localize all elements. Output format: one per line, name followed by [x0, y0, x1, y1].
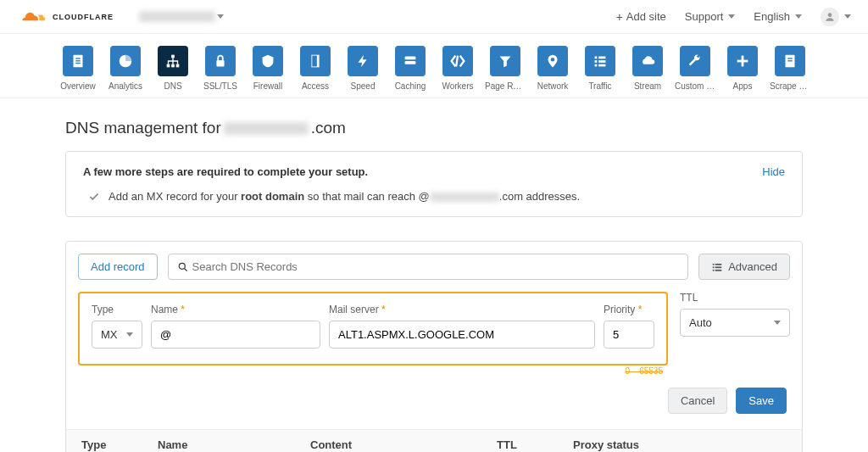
wrench-icon	[680, 46, 710, 76]
setup-headline: A few more steps are required to complet…	[83, 165, 368, 178]
nav-firewall[interactable]: Firewall	[249, 46, 287, 91]
doc2-icon	[775, 46, 805, 76]
svg-rect-8	[176, 64, 180, 68]
list-icon	[711, 261, 723, 273]
type-label: Type	[92, 304, 142, 315]
nav-network[interactable]: Network	[534, 46, 571, 91]
priority-hint: 0 – 65535	[626, 366, 664, 376]
pie-icon	[110, 46, 141, 76]
chevron-down-icon	[728, 14, 735, 19]
workers-icon	[442, 46, 473, 76]
cancel-button[interactable]: Cancel	[668, 388, 727, 414]
type-select[interactable]: MX	[92, 321, 142, 349]
svg-rect-3	[75, 60, 81, 61]
chevron-down-icon	[844, 14, 851, 19]
svg-rect-11	[312, 56, 317, 67]
ttl-label: TTL	[680, 292, 790, 304]
doc-icon	[63, 46, 93, 76]
svg-rect-25	[787, 60, 793, 61]
page-title: DNS management for .com	[65, 119, 803, 137]
plus-icon	[727, 46, 758, 76]
nav-analytics[interactable]: Analytics	[107, 46, 144, 91]
name-input[interactable]	[151, 321, 320, 349]
advanced-button[interactable]: Advanced	[698, 254, 790, 280]
svg-rect-24	[787, 58, 793, 59]
svg-rect-7	[171, 64, 175, 68]
pin-icon	[537, 46, 568, 76]
support-dropdown[interactable]: Support	[685, 10, 736, 23]
bolt-icon	[348, 46, 378, 76]
list-icon	[585, 46, 615, 76]
svg-rect-15	[595, 57, 598, 59]
table-header: Type Name Content TTL Proxy status	[66, 429, 802, 452]
svg-rect-33	[715, 269, 722, 271]
cloud-icon	[17, 8, 46, 25]
svg-rect-12	[405, 57, 416, 60]
svg-rect-16	[598, 57, 605, 59]
search-input[interactable]	[189, 254, 680, 279]
search-icon	[177, 261, 189, 273]
svg-rect-18	[598, 60, 605, 63]
nav-ssltls[interactable]: SSL/TLS	[202, 46, 239, 91]
chevron-down-icon	[774, 321, 781, 325]
save-button[interactable]: Save	[736, 388, 787, 414]
lock-icon	[205, 46, 236, 76]
add-site-link[interactable]: +Add site	[616, 10, 666, 24]
mailserver-input[interactable]	[329, 321, 595, 349]
shield-icon	[253, 46, 283, 76]
nav-dns[interactable]: DNS	[154, 46, 192, 91]
search-input-wrapper[interactable]	[168, 254, 689, 280]
record-form: Type MX Name * Mail server * Priority * …	[78, 292, 668, 366]
funnel-icon	[490, 46, 520, 76]
svg-rect-30	[713, 266, 715, 268]
chevron-down-icon	[217, 14, 224, 19]
svg-rect-2	[75, 58, 81, 59]
svg-rect-6	[167, 64, 170, 68]
nav-access[interactable]: Access	[297, 46, 334, 91]
nav-pagerules[interactable]: Page Rules	[487, 46, 524, 91]
svg-rect-5	[171, 55, 175, 59]
svg-rect-20	[598, 64, 605, 67]
avatar	[821, 8, 839, 26]
svg-point-26	[179, 263, 185, 269]
svg-rect-4	[75, 63, 81, 64]
nav-apps[interactable]: Apps	[724, 46, 761, 91]
svg-rect-9	[216, 60, 224, 66]
top-bar: CLOUDFLARE +Add site Support English	[0, 0, 868, 34]
svg-line-27	[184, 268, 186, 271]
svg-point-14	[551, 58, 555, 62]
app-nav: OverviewAnalyticsDNSSSL/TLSFirewallAcces…	[0, 34, 868, 98]
language-dropdown[interactable]: English	[754, 10, 802, 23]
nav-caching[interactable]: Caching	[392, 46, 429, 91]
nav-workers[interactable]: Workers	[439, 46, 476, 91]
ttl-select[interactable]: Auto	[680, 309, 790, 337]
hide-link[interactable]: Hide	[762, 165, 785, 178]
chevron-down-icon	[126, 332, 133, 337]
setup-notice: A few more steps are required to complet…	[65, 151, 803, 217]
priority-input[interactable]	[604, 321, 654, 349]
cache-icon	[395, 46, 426, 76]
site-selector-dropdown[interactable]	[139, 11, 224, 22]
check-icon	[88, 191, 100, 203]
svg-rect-17	[595, 60, 598, 63]
cloudflare-logo[interactable]: CLOUDFLARE	[17, 8, 114, 25]
svg-rect-28	[713, 263, 715, 265]
account-menu[interactable]	[821, 8, 851, 26]
nav-customp[interactable]: Custom P...	[676, 46, 714, 91]
svg-rect-31	[715, 266, 722, 268]
nav-speed[interactable]: Speed	[344, 46, 381, 91]
svg-rect-32	[713, 269, 715, 271]
chevron-down-icon	[795, 14, 802, 19]
nav-stream[interactable]: Stream	[629, 46, 666, 91]
door-icon	[300, 46, 331, 76]
svg-rect-19	[595, 64, 598, 67]
svg-rect-29	[715, 263, 722, 265]
svg-rect-22	[737, 60, 748, 63]
nav-scrapesh[interactable]: Scrape Sh...	[771, 46, 809, 91]
svg-point-0	[828, 13, 832, 17]
sitemap-icon	[158, 46, 188, 76]
add-record-button[interactable]: Add record	[78, 254, 158, 280]
svg-rect-13	[405, 61, 416, 64]
nav-overview[interactable]: Overview	[59, 46, 97, 91]
nav-traffic[interactable]: Traffic	[581, 46, 619, 91]
